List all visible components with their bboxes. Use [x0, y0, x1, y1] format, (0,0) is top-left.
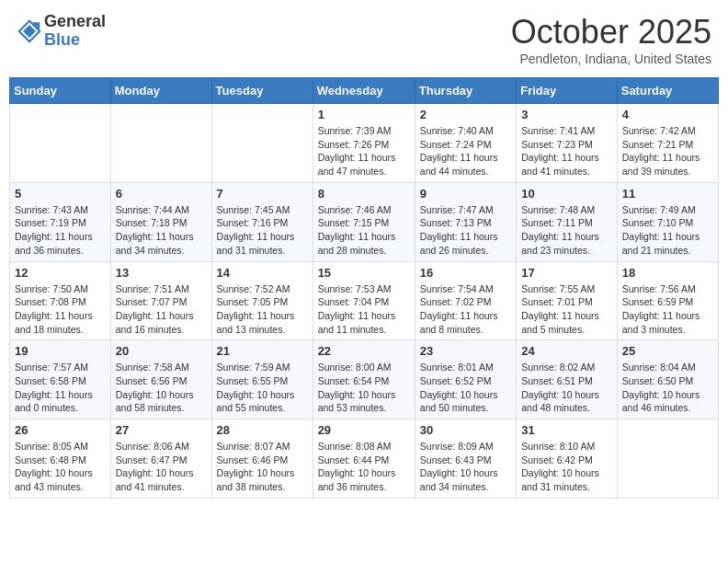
day-content: Sunrise: 7:51 AMSunset: 7:07 PMDaylight:…	[116, 282, 207, 337]
day-cell: 15Sunrise: 7:53 AMSunset: 7:04 PMDayligh…	[313, 261, 415, 340]
page-header: General Blue October 2025 Pendleton, Ind…	[9, 9, 719, 70]
day-content: Sunrise: 7:41 AMSunset: 7:23 PMDaylight:…	[521, 124, 612, 178]
day-cell: 7Sunrise: 7:45 AMSunset: 7:16 PMDaylight…	[211, 182, 313, 261]
week-row-5: 26Sunrise: 8:05 AMSunset: 6:48 PMDayligh…	[10, 419, 719, 499]
day-number: 17	[521, 266, 612, 280]
day-number: 28	[217, 423, 308, 437]
day-cell: 9Sunrise: 7:47 AMSunset: 7:13 PMDaylight…	[415, 182, 516, 261]
day-cell: 20Sunrise: 7:58 AMSunset: 6:56 PMDayligh…	[110, 340, 211, 419]
day-content: Sunrise: 7:47 AMSunset: 7:13 PMDaylight:…	[420, 203, 511, 258]
day-cell: 6Sunrise: 7:44 AMSunset: 7:18 PMDaylight…	[110, 182, 211, 261]
day-number: 31	[521, 423, 612, 437]
day-number: 4	[622, 108, 713, 121]
day-content: Sunrise: 7:39 AMSunset: 7:26 PMDaylight:…	[318, 124, 410, 178]
day-cell: 1Sunrise: 7:39 AMSunset: 7:26 PMDaylight…	[313, 104, 415, 183]
day-content: Sunrise: 8:04 AMSunset: 6:50 PMDaylight:…	[622, 361, 713, 415]
day-cell: 13Sunrise: 7:51 AMSunset: 7:07 PMDayligh…	[110, 261, 211, 340]
calendar-table: SundayMondayTuesdayWednesdayThursdayFrid…	[9, 77, 719, 499]
day-number: 25	[622, 344, 713, 358]
day-cell: 22Sunrise: 8:00 AMSunset: 6:54 PMDayligh…	[313, 340, 415, 419]
day-content: Sunrise: 8:01 AMSunset: 6:52 PMDaylight:…	[420, 361, 511, 415]
day-number: 14	[217, 266, 308, 280]
day-number: 15	[318, 266, 410, 280]
day-content: Sunrise: 7:45 AMSunset: 7:16 PMDaylight:…	[217, 203, 308, 258]
weekday-header-saturday: Saturday	[617, 78, 718, 104]
day-content: Sunrise: 7:52 AMSunset: 7:05 PMDaylight:…	[217, 282, 308, 337]
day-cell: 10Sunrise: 7:48 AMSunset: 7:11 PMDayligh…	[517, 182, 618, 261]
day-number: 21	[217, 344, 308, 358]
day-cell: 28Sunrise: 8:07 AMSunset: 6:46 PMDayligh…	[211, 419, 313, 499]
day-number: 8	[318, 187, 410, 201]
day-number: 2	[420, 108, 511, 121]
title-block: October 2025 Pendleton, Indiana, United …	[511, 13, 711, 66]
day-cell	[617, 419, 718, 499]
weekday-header-monday: Monday	[110, 78, 211, 104]
logo-text: General Blue	[44, 13, 106, 50]
day-content: Sunrise: 8:10 AMSunset: 6:42 PMDaylight:…	[521, 440, 612, 494]
day-number: 1	[318, 108, 410, 121]
day-number: 10	[521, 187, 612, 201]
day-cell: 11Sunrise: 7:49 AMSunset: 7:10 PMDayligh…	[617, 182, 718, 261]
day-cell: 21Sunrise: 7:59 AMSunset: 6:55 PMDayligh…	[211, 340, 313, 419]
day-number: 13	[116, 266, 207, 280]
day-number: 18	[622, 266, 713, 280]
day-content: Sunrise: 7:44 AMSunset: 7:18 PMDaylight:…	[116, 203, 207, 258]
day-content: Sunrise: 7:43 AMSunset: 7:19 PMDaylight:…	[15, 203, 106, 258]
day-number: 23	[420, 344, 511, 358]
day-cell: 5Sunrise: 7:43 AMSunset: 7:19 PMDaylight…	[10, 182, 111, 261]
day-number: 5	[15, 187, 106, 201]
day-cell: 30Sunrise: 8:09 AMSunset: 6:43 PMDayligh…	[415, 419, 516, 499]
day-number: 9	[420, 187, 511, 201]
day-cell	[211, 104, 313, 183]
day-content: Sunrise: 8:08 AMSunset: 6:44 PMDaylight:…	[318, 440, 410, 494]
week-row-1: 1Sunrise: 7:39 AMSunset: 7:26 PMDaylight…	[10, 104, 719, 183]
day-cell: 25Sunrise: 8:04 AMSunset: 6:50 PMDayligh…	[617, 340, 718, 419]
day-number: 26	[15, 423, 106, 437]
weekday-header-row: SundayMondayTuesdayWednesdayThursdayFrid…	[10, 78, 719, 104]
day-content: Sunrise: 7:48 AMSunset: 7:11 PMDaylight:…	[521, 203, 612, 258]
day-content: Sunrise: 7:57 AMSunset: 6:58 PMDaylight:…	[15, 361, 106, 415]
day-content: Sunrise: 7:46 AMSunset: 7:15 PMDaylight:…	[318, 203, 410, 258]
day-cell: 14Sunrise: 7:52 AMSunset: 7:05 PMDayligh…	[211, 261, 313, 340]
day-cell: 31Sunrise: 8:10 AMSunset: 6:42 PMDayligh…	[517, 419, 618, 499]
day-cell: 4Sunrise: 7:42 AMSunset: 7:21 PMDaylight…	[617, 104, 718, 183]
day-cell: 26Sunrise: 8:05 AMSunset: 6:48 PMDayligh…	[10, 419, 111, 499]
logo-blue: Blue	[44, 31, 106, 50]
day-content: Sunrise: 7:59 AMSunset: 6:55 PMDaylight:…	[217, 361, 308, 415]
day-number: 27	[116, 423, 207, 437]
day-content: Sunrise: 7:54 AMSunset: 7:02 PMDaylight:…	[420, 282, 511, 337]
day-cell: 8Sunrise: 7:46 AMSunset: 7:15 PMDaylight…	[313, 182, 415, 261]
weekday-header-thursday: Thursday	[415, 78, 516, 104]
day-cell: 3Sunrise: 7:41 AMSunset: 7:23 PMDaylight…	[517, 104, 618, 183]
logo-general: General	[44, 13, 106, 31]
month-title: October 2025	[511, 13, 711, 52]
weekday-header-wednesday: Wednesday	[313, 78, 415, 104]
day-cell: 24Sunrise: 8:02 AMSunset: 6:51 PMDayligh…	[517, 340, 618, 419]
day-cell: 18Sunrise: 7:56 AMSunset: 6:59 PMDayligh…	[617, 261, 718, 340]
day-number: 7	[217, 187, 308, 201]
location: Pendleton, Indiana, United States	[511, 52, 711, 66]
day-content: Sunrise: 7:42 AMSunset: 7:21 PMDaylight:…	[622, 124, 713, 178]
logo: General Blue	[17, 13, 106, 50]
day-content: Sunrise: 8:06 AMSunset: 6:47 PMDaylight:…	[116, 440, 207, 494]
day-content: Sunrise: 8:07 AMSunset: 6:46 PMDaylight:…	[217, 440, 308, 494]
day-number: 3	[521, 108, 612, 121]
day-cell: 12Sunrise: 7:50 AMSunset: 7:08 PMDayligh…	[10, 261, 111, 340]
day-content: Sunrise: 7:40 AMSunset: 7:24 PMDaylight:…	[420, 124, 511, 178]
day-content: Sunrise: 8:09 AMSunset: 6:43 PMDaylight:…	[420, 440, 511, 494]
day-content: Sunrise: 7:55 AMSunset: 7:01 PMDaylight:…	[521, 282, 612, 337]
day-content: Sunrise: 7:50 AMSunset: 7:08 PMDaylight:…	[15, 282, 106, 337]
day-number: 24	[521, 344, 612, 358]
day-cell: 2Sunrise: 7:40 AMSunset: 7:24 PMDaylight…	[415, 104, 516, 183]
day-content: Sunrise: 8:00 AMSunset: 6:54 PMDaylight:…	[318, 361, 410, 415]
weekday-header-tuesday: Tuesday	[211, 78, 313, 104]
day-cell: 29Sunrise: 8:08 AMSunset: 6:44 PMDayligh…	[313, 419, 415, 499]
day-cell: 19Sunrise: 7:57 AMSunset: 6:58 PMDayligh…	[10, 340, 111, 419]
day-number: 22	[318, 344, 410, 358]
day-content: Sunrise: 7:49 AMSunset: 7:10 PMDaylight:…	[622, 203, 713, 258]
logo-icon	[17, 18, 42, 44]
day-content: Sunrise: 7:58 AMSunset: 6:56 PMDaylight:…	[116, 361, 207, 415]
week-row-3: 12Sunrise: 7:50 AMSunset: 7:08 PMDayligh…	[10, 261, 719, 340]
day-number: 30	[420, 423, 511, 437]
day-cell	[110, 104, 211, 183]
